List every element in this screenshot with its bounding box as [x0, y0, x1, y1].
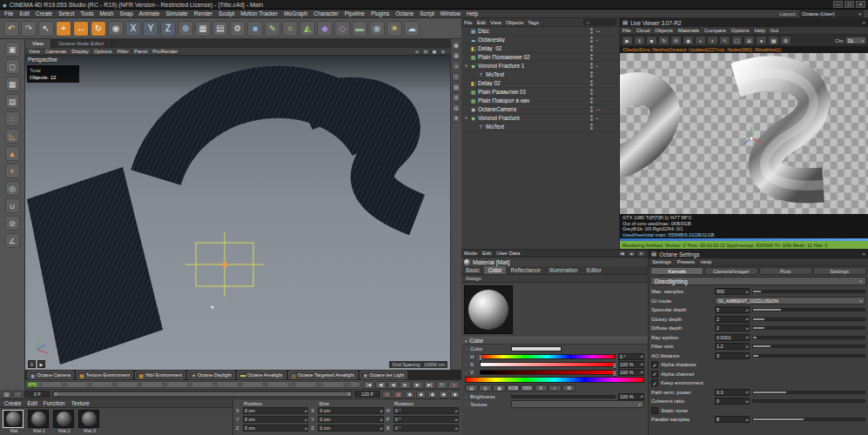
octane-settings-menu-item[interactable]: Presets: [677, 259, 695, 264]
menu-item[interactable]: Render: [194, 10, 212, 17]
goto-end-button[interactable]: ▶|: [424, 381, 435, 389]
setting-checkbox[interactable]: ✓: [651, 361, 658, 368]
range-end-field[interactable]: 120 F: [354, 391, 380, 398]
object-row[interactable]: ▩ Plain Положение 02: [461, 53, 619, 62]
side-snap-icon[interactable]: ∪: [452, 72, 461, 81]
expand-arrow-icon[interactable]: ▾: [463, 64, 469, 68]
viewport-menu-item[interactable]: View: [29, 49, 40, 54]
section-collapse-icon[interactable]: ▾: [465, 338, 468, 344]
object-name[interactable]: Octanesky: [478, 37, 505, 43]
object-manager-menu-item[interactable]: View: [490, 20, 501, 25]
octane-daylight-button[interactable]: ☀ Octane Daylight: [187, 371, 235, 379]
object-row[interactable]: ▾ ◆ Voronoi Fracture 1 ▪: [461, 62, 619, 70]
swatches-icon[interactable]: ⊞: [562, 385, 575, 392]
vp-pan-icon[interactable]: +: [414, 49, 421, 55]
menu-item[interactable]: Character: [313, 10, 339, 17]
live-viewer-menu-item[interactable]: File: [622, 28, 631, 33]
object-name[interactable]: MoText: [486, 71, 504, 77]
prev-frame-button[interactable]: ◀: [387, 381, 399, 389]
object-name[interactable]: Plain Положение 02: [478, 54, 530, 60]
primitive-cube-icon[interactable]: ■: [247, 21, 263, 37]
octane-settings-menu-item[interactable]: Settings: [652, 259, 671, 264]
material-menu-item[interactable]: Create: [4, 400, 22, 406]
material-menu-item[interactable]: Texture: [71, 400, 90, 406]
setting-value-field[interactable]: 3▴▾: [715, 352, 750, 359]
render-picture-viewer-icon[interactable]: ▤: [212, 21, 228, 37]
y-lock-icon[interactable]: Y: [143, 21, 158, 37]
coordinate-field[interactable]: 0 cm▴▾: [318, 407, 383, 414]
object-name[interactable]: MoText: [486, 124, 504, 130]
sky-tool-icon[interactable]: ☁: [404, 21, 420, 37]
fps-icon[interactable]: ◔: [13, 391, 23, 398]
kernel-type-dropdown[interactable]: Directlighting▾: [650, 277, 866, 285]
menu-item[interactable]: Animate: [139, 10, 160, 17]
coordinate-field[interactable]: 0 cm▴▾: [318, 416, 383, 423]
coordinate-field[interactable]: 0 °▴▾: [394, 425, 459, 432]
stepper-icon[interactable]: ▴▾: [454, 418, 457, 422]
octane-settings-close-button[interactable]: ×: [862, 251, 865, 257]
maximize-button[interactable]: □: [844, 1, 854, 8]
side-filter-icon[interactable]: ▼: [452, 114, 461, 123]
setting-dropdown[interactable]: GI_AMBIENT_OCCLUSION▾: [715, 297, 865, 304]
lv-start-icon[interactable]: ▶: [622, 36, 633, 45]
object-manager-menu-item[interactable]: Objects: [506, 20, 523, 25]
render-settings-icon[interactable]: ⚙: [230, 21, 246, 37]
slider-handle[interactable]: [614, 362, 616, 369]
menu-item[interactable]: Sculpt: [219, 10, 234, 17]
object-tags[interactable]: ▪: [596, 64, 619, 69]
object-name[interactable]: Plain Поворот в нач: [478, 97, 529, 104]
lv-settings-icon[interactable]: ⚙: [780, 36, 791, 45]
live-viewer-menu-item[interactable]: Objects: [655, 28, 672, 33]
object-row[interactable]: ◧ Delay 02: [461, 79, 619, 88]
setting-value-field[interactable]: 5▴▾: [715, 306, 750, 313]
render-view-icon[interactable]: ▦: [195, 21, 211, 37]
material-editor-menu-item[interactable]: User Data: [496, 251, 520, 256]
move-tool-icon[interactable]: +: [56, 21, 71, 37]
object-row[interactable]: T MoText: [461, 70, 619, 79]
record-button[interactable]: ●: [448, 381, 460, 389]
setting-value-field[interactable]: 2▴▾: [715, 316, 750, 323]
viewport-menu-item[interactable]: Options: [94, 49, 112, 54]
object-manager-menu-item[interactable]: Tags: [528, 20, 539, 25]
object-manager-menu-item[interactable]: File: [464, 20, 473, 25]
live-viewer-menu-item[interactable]: Materials: [678, 28, 699, 33]
array-generator-icon[interactable]: ◆: [317, 21, 333, 37]
visibility-dots[interactable]: [590, 89, 593, 95]
object-row[interactable]: ▩ Plain Поворот в нач: [461, 97, 619, 105]
coordinate-field[interactable]: 0 cm▴▾: [243, 407, 308, 414]
autokey-button[interactable]: ◉: [394, 391, 403, 398]
model-mode-icon[interactable]: ◻: [5, 59, 20, 74]
material-thumbnail[interactable]: Mat.3: [78, 410, 101, 434]
brightness-value-field[interactable]: 100 %▴▾: [618, 393, 644, 400]
object-row[interactable]: ▩ Plain Размытие 01: [461, 88, 619, 97]
stepper-icon[interactable]: ▴▾: [305, 418, 307, 422]
octane-settings-tab[interactable]: Settings: [813, 267, 866, 275]
slider-handle[interactable]: [480, 354, 482, 361]
menu-item[interactable]: Plugins: [371, 10, 389, 17]
pen-tool-icon[interactable]: ✎: [265, 21, 280, 37]
search-input[interactable]: ⊙: [583, 19, 616, 25]
menu-item[interactable]: Window: [441, 10, 461, 17]
coordinate-field[interactable]: 0 cm▴▾: [318, 425, 383, 432]
minimize-button[interactable]: –: [833, 1, 843, 8]
subdivision-surface-icon[interactable]: ◭: [299, 21, 315, 37]
material-menu-item[interactable]: Edit: [28, 400, 37, 406]
quantize-icon[interactable]: ∠: [5, 233, 20, 248]
live-selection-icon[interactable]: ↖: [38, 21, 54, 37]
setting-slider[interactable]: [752, 399, 865, 403]
undo-icon[interactable]: ↶: [3, 21, 19, 37]
setting-slider[interactable]: [752, 418, 865, 421]
material-editor-menu-item[interactable]: Mode: [464, 251, 477, 256]
vp-layout-icon[interactable]: ▣: [431, 49, 438, 55]
me-history-icon[interactable]: ▾: [637, 251, 645, 257]
viewport-solo-icon[interactable]: ◎: [5, 181, 20, 196]
lv-camera-icon[interactable]: ◉: [683, 36, 694, 45]
kelvin-icon[interactable]: K: [535, 385, 548, 392]
viewport-menu-item[interactable]: Filter: [118, 49, 129, 54]
side-camera-icon[interactable]: ◉: [452, 41, 461, 50]
keyframe-record-button[interactable]: ●: [382, 391, 392, 398]
spline-icon[interactable]: ○: [282, 21, 298, 37]
deformer-icon[interactable]: ◇: [334, 21, 350, 37]
lv-lock-resolution-icon[interactable]: ⊘: [670, 36, 682, 45]
object-row[interactable]: T MoText: [461, 123, 619, 131]
